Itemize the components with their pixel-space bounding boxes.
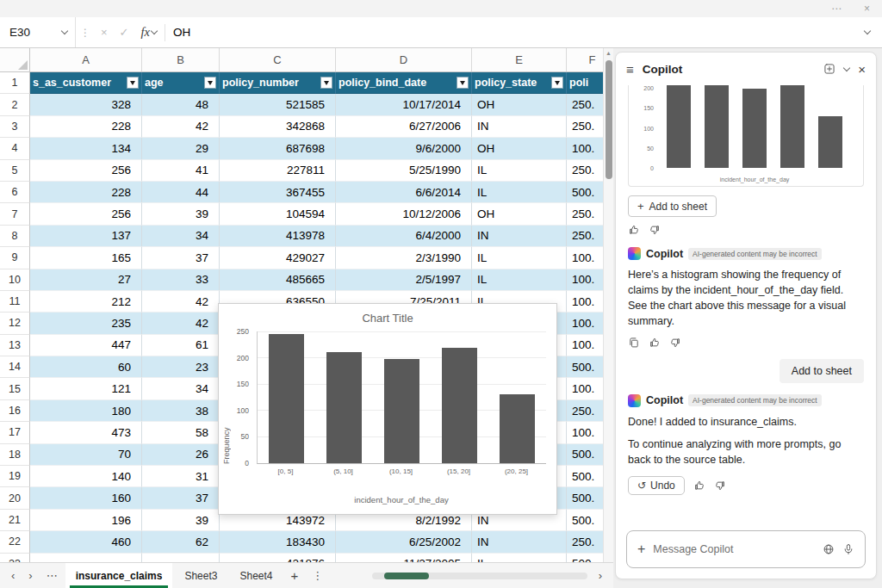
cell[interactable]: 10/17/2014 (336, 94, 472, 115)
cell[interactable]: 42 (142, 291, 220, 313)
insert-function-icon[interactable]: fx (135, 25, 152, 40)
header-cell[interactable]: policy_number (220, 72, 336, 94)
header-cell[interactable]: policy_bind_date (336, 72, 472, 94)
cell[interactable]: 6/4/2000 (336, 226, 472, 247)
cell[interactable]: 38 (142, 400, 220, 422)
cell[interactable]: 421876 (220, 554, 336, 562)
select-all-corner[interactable] (0, 48, 30, 71)
column-header-C[interactable]: C (220, 48, 336, 71)
cell[interactable]: IL (472, 554, 567, 562)
cell[interactable]: 100. (567, 138, 603, 159)
cell[interactable]: 100. (567, 247, 603, 269)
cell[interactable]: 367455 (220, 182, 336, 203)
cell[interactable]: OH (472, 94, 567, 115)
cell[interactable]: 61 (142, 335, 220, 356)
thumbs-down-icon[interactable] (669, 337, 681, 349)
horizontal-scrollbar[interactable] (372, 573, 587, 579)
cell[interactable]: 250. (567, 400, 603, 422)
cell[interactable]: 140 (30, 466, 142, 487)
name-box[interactable]: E30 (0, 17, 76, 47)
horizontal-scrollbar-thumb[interactable] (384, 573, 429, 579)
cell[interactable]: 10/12/2006 (336, 203, 472, 225)
cell[interactable]: 9/6/2000 (336, 138, 472, 159)
cell[interactable]: 165 (30, 247, 142, 269)
cell[interactable]: 70 (30, 444, 142, 466)
cell[interactable]: 42 (142, 116, 220, 138)
cell[interactable]: 183430 (220, 531, 336, 553)
add-to-sheet-button[interactable]: + Add to sheet (628, 195, 717, 217)
cell[interactable]: 250. (567, 160, 603, 182)
cell[interactable] (30, 554, 142, 562)
cell[interactable]: 521585 (220, 94, 336, 115)
collapse-pane-chevron-icon[interactable] (843, 64, 850, 71)
cell[interactable] (142, 554, 220, 562)
cell[interactable]: IN (472, 531, 567, 553)
cell[interactable]: 58 (142, 422, 220, 443)
row-number[interactable]: 16 (0, 400, 30, 422)
sheet-tab-sheet3[interactable]: Sheet3 (174, 563, 227, 588)
column-header-A[interactable]: A (30, 48, 142, 71)
cell[interactable]: 500. (567, 356, 603, 378)
row-number[interactable]: 6 (0, 182, 30, 203)
formula-input[interactable]: OH (173, 26, 865, 39)
cell[interactable]: IN (472, 116, 567, 138)
row-number[interactable]: 3 (0, 116, 30, 138)
cell[interactable]: 100. (567, 335, 603, 356)
cell[interactable]: 44 (142, 182, 220, 203)
row-number[interactable]: 15 (0, 378, 30, 399)
row-number[interactable]: 17 (0, 422, 30, 443)
copilot-input[interactable]: + Message Copilot (626, 530, 866, 568)
tab-nav-left-icon[interactable]: ‹ (5, 569, 21, 582)
cell[interactable]: 256 (30, 203, 142, 225)
vertical-scrollbar-thumb[interactable] (606, 60, 612, 179)
cell[interactable]: 37 (142, 487, 220, 509)
add-to-sheet-action-button[interactable]: Add to sheet (780, 359, 864, 383)
cell[interactable]: 26 (142, 444, 220, 466)
cell[interactable]: 39 (142, 510, 220, 531)
cell[interactable]: 104594 (220, 203, 336, 225)
thumbs-down-icon[interactable] (714, 480, 726, 492)
cell[interactable]: 485665 (220, 269, 336, 291)
cell[interactable]: 256 (30, 160, 142, 182)
cell[interactable]: 100. (567, 313, 603, 334)
window-close-icon[interactable]: × (864, 3, 870, 15)
header-cell[interactable]: s_as_customer (30, 72, 142, 94)
filter-button[interactable] (320, 77, 332, 89)
filter-button[interactable] (551, 77, 563, 89)
filter-button[interactable] (457, 77, 469, 89)
cell[interactable]: 460 (30, 531, 142, 553)
row-number[interactable]: 8 (0, 226, 30, 247)
row-number[interactable]: 1 (0, 72, 30, 94)
cell[interactable]: 41 (142, 160, 220, 182)
cell[interactable]: 2/3/1990 (336, 247, 472, 269)
cell[interactable]: IL (472, 247, 567, 269)
formula-bar-menu-icon[interactable]: ⋮ (76, 27, 95, 39)
cell[interactable]: 250. (567, 226, 603, 247)
cell[interactable]: 5/25/1990 (336, 160, 472, 182)
cell[interactable]: 6/25/2002 (336, 531, 472, 553)
thumbs-down-icon[interactable] (649, 224, 661, 236)
cell[interactable]: 62 (142, 531, 220, 553)
web-search-globe-icon[interactable] (823, 543, 835, 555)
cell[interactable]: 11/27/2005 (336, 554, 472, 562)
row-number[interactable]: 5 (0, 160, 30, 182)
menu-icon[interactable]: ≡ (626, 62, 634, 77)
cell[interactable]: OH (472, 203, 567, 225)
cell[interactable]: 6/27/2006 (336, 116, 472, 138)
thumbs-up-icon[interactable] (649, 337, 661, 349)
cell[interactable]: 121 (30, 378, 142, 399)
cell[interactable]: 42 (142, 313, 220, 334)
row-number[interactable]: 13 (0, 335, 30, 356)
vertical-scrollbar[interactable]: ▲ (603, 48, 613, 562)
new-chat-icon[interactable] (823, 63, 835, 75)
cell[interactable]: 180 (30, 400, 142, 422)
row-number[interactable]: 22 (0, 531, 30, 553)
cell[interactable]: 228 (30, 182, 142, 203)
cell[interactable]: IL (472, 182, 567, 203)
header-cell[interactable]: age (142, 72, 220, 94)
cell[interactable]: 328 (30, 94, 142, 115)
fx-chevron-icon[interactable] (151, 28, 158, 34)
cell[interactable]: 500. (567, 487, 603, 509)
cell[interactable]: 2/5/1997 (336, 269, 472, 291)
cell[interactable]: 100. (567, 422, 603, 443)
